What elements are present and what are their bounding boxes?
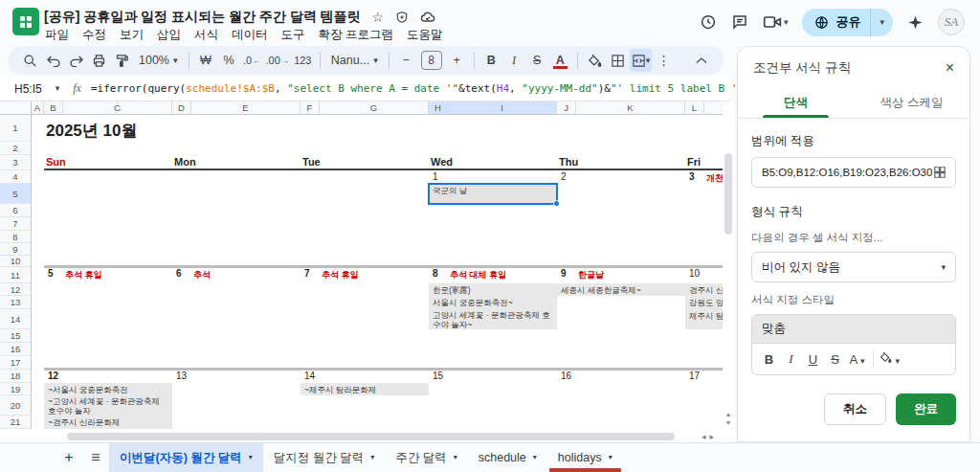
print-icon[interactable] (88, 49, 110, 72)
cell-r18c7[interactable]: 15 (429, 370, 448, 383)
version-history-icon[interactable] (700, 13, 717, 31)
share-button[interactable]: 공유 ▾ (802, 9, 893, 36)
comments-icon[interactable] (731, 13, 748, 31)
style-fill-color-icon[interactable]: ▾ (879, 351, 901, 367)
sheet-tab-1[interactable]: 달지정 월간 달력▾ (263, 443, 385, 472)
all-sheets-icon[interactable]: ≡ (82, 444, 109, 471)
cell-r19c1[interactable]: ~서울시 궁중문화축전 (44, 383, 172, 395)
menu-item-5[interactable]: 데이터 (225, 26, 275, 44)
percent-format-button[interactable]: % (218, 49, 240, 72)
row-header-4[interactable]: 4 (0, 170, 32, 184)
column-header-K[interactable]: K (576, 101, 685, 115)
row-header-7[interactable]: 7 (0, 217, 32, 231)
column-header-cut[interactable] (704, 101, 723, 115)
menu-item-1[interactable]: 수정 (76, 26, 113, 44)
font-family-select[interactable]: Nanu...▾ (326, 49, 383, 72)
document-title[interactable]: [공유] 공휴일과 일정 표시되는 월간 주간 달력 템플릿 (44, 9, 361, 26)
cloud-status-icon[interactable] (420, 11, 435, 24)
undo-icon[interactable] (42, 49, 64, 72)
search-icon[interactable] (19, 49, 41, 72)
collapse-toolbar-icon[interactable] (690, 49, 712, 72)
vertical-scroll-arrows[interactable]: ▴▾ (724, 410, 733, 427)
cell-r1c1[interactable]: 2025년 10월 (44, 115, 301, 142)
select-all-corner[interactable] (0, 101, 32, 115)
menu-item-8[interactable]: 도움말 (400, 26, 450, 44)
row-header-11[interactable]: 11 (0, 267, 32, 283)
cell-r3c7[interactable]: Wed (429, 155, 557, 170)
cell-r13c7[interactable]: 서울시 궁중문화축전~ (429, 296, 557, 309)
horizontal-scroll-arrows[interactable]: ◂▸ (702, 432, 718, 441)
gemini-icon[interactable] (907, 14, 924, 31)
row-header-19[interactable]: 19 (0, 383, 32, 395)
cell-r18c1[interactable]: 12 (44, 370, 63, 383)
menu-item-0[interactable]: 파일 (38, 26, 76, 44)
row-header-15[interactable]: 15 (0, 329, 32, 343)
selection-fill-handle[interactable] (553, 200, 560, 207)
merge-cells-button[interactable]: ▾ (630, 49, 653, 72)
increase-font-size-button[interactable]: + (446, 49, 468, 72)
row-header-13[interactable]: 13 (0, 296, 32, 309)
meet-caret-icon[interactable]: ▾ (784, 18, 789, 27)
meet-camera-icon[interactable]: ▾ (763, 14, 789, 30)
row-header-2[interactable]: 2 (0, 142, 32, 155)
cell-r18c9[interactable]: 16 (557, 370, 576, 383)
row-header-14[interactable]: 14 (0, 309, 32, 329)
row-header-3[interactable]: 3 (0, 155, 32, 170)
column-header-J[interactable]: J (557, 101, 576, 115)
badge-plus-icon[interactable] (395, 11, 409, 24)
number-format-button[interactable]: 123 (292, 49, 314, 72)
row-header-6[interactable]: 6 (0, 204, 32, 217)
cell-r4c11[interactable]: 3 (685, 170, 704, 184)
menu-item-4[interactable]: 서식 (188, 26, 225, 44)
row-header-16[interactable]: 16 (0, 343, 32, 356)
fill-color-icon[interactable] (584, 49, 606, 72)
sheet-tab-2[interactable]: 주간 달력▾ (385, 443, 468, 472)
style-text-color-button[interactable]: A ▾ (846, 352, 868, 367)
font-size-input[interactable]: 8 (421, 51, 442, 70)
cell-r13c11[interactable]: 강원도 양양 (685, 296, 723, 309)
cell-r11c1[interactable]: 5 (44, 267, 63, 283)
zoom-select[interactable]: 100%▾ (134, 49, 183, 72)
row-header-20[interactable]: 20 (0, 395, 32, 416)
sheet-tab-0[interactable]: 이번달(자동) 월간 달력▾ (109, 443, 263, 472)
horizontal-scrollbar[interactable] (67, 433, 675, 440)
cell-r18c3[interactable]: 13 (172, 370, 191, 383)
cell-r11c5[interactable]: 7 (301, 267, 320, 283)
row-header-17[interactable]: 17 (0, 356, 32, 370)
add-sheet-icon[interactable]: + (56, 444, 82, 471)
column-header-A[interactable]: A (32, 101, 44, 115)
cell-r11c8[interactable]: 추석 대체 휴일 (448, 267, 557, 283)
tab-color-scale[interactable]: 색상 스케일 (854, 87, 969, 118)
sheet-tab-3[interactable]: schedule▾ (468, 443, 547, 472)
decrease-decimals-button[interactable]: .0← (241, 49, 263, 72)
cell-r11c10[interactable]: 한글날 (576, 267, 685, 283)
cell-r12c7[interactable]: 한로(寒露) (429, 283, 557, 296)
grid[interactable]: ABCDEFGHIJKL1234567891011121314151617181… (0, 101, 723, 429)
cell-r12c11[interactable]: 경주시 신라문 (685, 283, 723, 296)
cell-r4c9[interactable]: 2 (557, 170, 576, 184)
star-icon[interactable]: ☆ (372, 10, 385, 25)
strikethrough-button[interactable]: S (526, 49, 548, 72)
tab-single-color[interactable]: 단색 (738, 87, 854, 118)
name-box[interactable]: H5:I5▾ (0, 82, 59, 96)
menu-item-3[interactable]: 삽입 (150, 26, 188, 44)
cell-r11c6[interactable]: 추석 휴일 (320, 267, 429, 283)
range-input[interactable]: B5:O9,B12:O16,B19:O23,B26:O30,B33 (751, 157, 956, 188)
style-bold-button[interactable]: B (758, 352, 780, 367)
text-color-button[interactable]: A (549, 49, 571, 72)
cell-r12c9[interactable]: 세종시 세종한글축제~ (557, 283, 685, 296)
done-button[interactable]: 완료 (896, 393, 956, 425)
cell-r21c1[interactable]: ~경주시 신라문화제 (44, 416, 172, 429)
cell-r3c1[interactable]: Sun (44, 155, 172, 170)
cell-r11c11[interactable]: 10 (685, 267, 704, 283)
cell-r19c5[interactable]: ~제주시 탐라문화제 (301, 383, 429, 395)
sheet-tab-4[interactable]: holidays▾ (547, 443, 623, 472)
row-header-8[interactable]: 8 (0, 231, 32, 243)
avatar[interactable]: SA (938, 9, 965, 35)
cell-r14c7[interactable]: 고양시 세계꽃 · 문화관광축제 호수야 놀자~ (429, 309, 557, 329)
borders-icon[interactable] (607, 49, 629, 72)
cell-r18c11[interactable]: 17 (685, 370, 704, 383)
row-header-10[interactable]: 10 (0, 256, 32, 267)
cell-r11c3[interactable]: 6 (172, 267, 191, 283)
cell-r11c4[interactable]: 추석 (191, 267, 301, 283)
